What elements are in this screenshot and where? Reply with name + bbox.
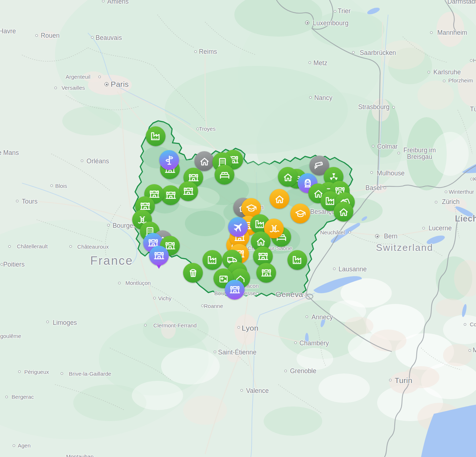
marker-pin-tail: [157, 265, 161, 269]
popcorn-icon: [187, 267, 199, 279]
map-canvas[interactable]: AmiensLe HavreRouenBeauvaisReimsTrierLux…: [0, 0, 476, 457]
poi-marker-bed[interactable]: [215, 165, 234, 185]
house-icon: [255, 235, 267, 248]
castle-icon: [153, 250, 165, 262]
house-icon: [338, 206, 350, 218]
signpost-icon: [163, 154, 175, 166]
gradcap-icon: [245, 202, 257, 214]
gradcap-icon: [294, 208, 306, 220]
poi-marker-house[interactable]: [334, 202, 353, 222]
factory-icon: [324, 195, 336, 207]
pool-icon: [268, 223, 280, 235]
house-icon: [282, 171, 294, 183]
castle-icon: [165, 189, 177, 201]
poi-marker-gradcap[interactable]: [290, 204, 310, 223]
castle-icon: [229, 284, 241, 296]
poi-marker-castle[interactable]: [256, 263, 276, 283]
poi-marker-signpost[interactable]: [159, 150, 179, 170]
poi-marker-castle[interactable]: [225, 280, 245, 300]
home-icon: [198, 155, 211, 167]
poi-marker-home[interactable]: [194, 151, 214, 171]
house-icon: [274, 193, 286, 205]
cctv-icon: [313, 160, 326, 172]
poi-marker-house[interactable]: [269, 189, 289, 209]
factory-icon: [150, 130, 162, 142]
castle-icon: [182, 185, 194, 197]
bed-icon: [219, 169, 231, 181]
poi-marker-castle[interactable]: [178, 181, 198, 201]
poi-marker-factory[interactable]: [146, 126, 166, 146]
castle-icon: [260, 267, 272, 279]
poi-marker-airplane[interactable]: [228, 217, 248, 237]
factory-icon: [207, 254, 219, 266]
poi-marker-factory[interactable]: [202, 250, 222, 270]
castle-icon: [257, 250, 269, 263]
airplane-icon: [232, 221, 244, 233]
poi-marker-popcorn[interactable]: [183, 263, 203, 283]
factory-icon: [291, 254, 304, 266]
poi-marker-house[interactable]: [278, 167, 298, 187]
poi-marker-factory[interactable]: [287, 250, 307, 270]
poi-marker-castle[interactable]: [149, 246, 169, 265]
